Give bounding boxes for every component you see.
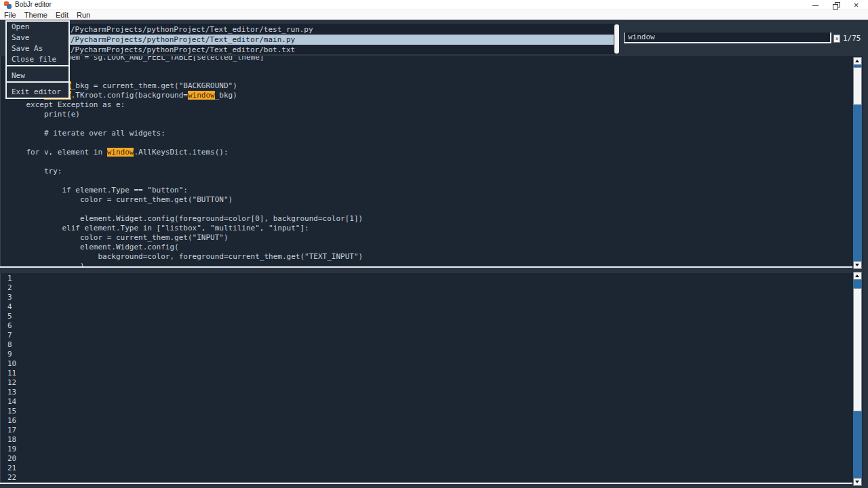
line-number: 22	[1, 473, 863, 483]
code-line: element.Widget.config(foreground=color[0…	[8, 214, 363, 224]
line-number: 6	[1, 321, 863, 331]
code-line: print(e)	[8, 110, 363, 119]
code-line	[8, 176, 363, 186]
secondary-editor-scrollbar-thumb[interactable]	[853, 288, 862, 411]
secondary-scroll-up-button[interactable]	[853, 272, 862, 280]
title-bar: BobJr editor ×	[0, 0, 868, 9]
editor-scrollbar-thumb[interactable]	[853, 67, 862, 105]
line-number: 4	[1, 302, 863, 312]
code-line	[8, 138, 363, 148]
secondary-editor-scrollbar[interactable]	[853, 272, 862, 486]
line-number: 10	[1, 359, 863, 369]
editor-bottom-border	[0, 266, 852, 268]
file-menu: OpenSaveSave AsClose fileNewExit editor	[5, 20, 70, 99]
menu-group: New	[7, 66, 68, 81]
line-number: 2	[1, 283, 863, 293]
search-clear-button[interactable]: x	[833, 35, 840, 43]
search-match-highlight: window	[188, 91, 215, 100]
restore-button[interactable]	[831, 1, 840, 9]
line-number: 5	[1, 312, 863, 321]
menu-item-save[interactable]: Save	[7, 33, 68, 43]
line-number: 19	[1, 445, 863, 454]
menubar-item-edit[interactable]: Edit	[52, 10, 73, 19]
minimize-button[interactable]	[811, 1, 820, 9]
code-editor[interactable]: current_them = sg.LOOK_AND_FEEL_TABLE[se…	[0, 56, 863, 266]
menu-item-new[interactable]: New	[7, 70, 68, 81]
search-match-highlight: window	[107, 148, 134, 157]
menu-item-exit-editor[interactable]: Exit editor	[7, 87, 68, 98]
menu-group: OpenSaveSave AsClose file	[7, 22, 68, 65]
code-line: color = current_them.get("BUTTON")	[8, 195, 363, 205]
line-number: 15	[1, 407, 863, 416]
menu-item-open[interactable]: Open	[7, 22, 68, 33]
line-number: 8	[1, 340, 863, 350]
line-number: 1	[1, 274, 863, 283]
menubar-item-theme[interactable]: Theme	[20, 10, 52, 19]
line-number: 18	[1, 435, 863, 445]
menubar-item-file[interactable]: File	[0, 10, 20, 19]
line-number: 7	[1, 331, 863, 340]
search-input[interactable]	[624, 33, 831, 43]
file-list-item[interactable]: /PycharmProjects/pythonProject/Text_edit…	[68, 35, 614, 45]
secondary-scroll-down-button[interactable]	[853, 478, 862, 486]
code-line: color = current_them.get("INPUT")	[8, 233, 363, 243]
code-line: except Exception as e:	[8, 100, 363, 110]
code-line	[8, 205, 363, 214]
line-number: 12	[1, 378, 863, 388]
search-match-counter: 1/75	[843, 34, 861, 43]
editor-scrollbar[interactable]	[853, 57, 862, 269]
line-number: 16	[1, 416, 863, 426]
file-list-scrollbar[interactable]	[614, 24, 620, 54]
secondary-editor-bottom-border	[0, 483, 852, 484]
code-line: if element.Type == "button":	[8, 186, 363, 195]
code-line: # iterate over all widgets:	[8, 129, 363, 138]
code-line: element.Widget.config(	[8, 243, 363, 252]
menu-group: Exit editor	[7, 83, 68, 98]
close-button[interactable]: ×	[852, 1, 861, 9]
editor-scroll-up-button[interactable]	[853, 57, 862, 65]
menubar-item-run[interactable]: Run	[73, 10, 94, 19]
line-number: 3	[1, 293, 863, 302]
line-number: 11	[1, 369, 863, 378]
file-list-item[interactable]: /PycharmProjects/pythonProject/Text_edit…	[68, 45, 614, 55]
open-files-list[interactable]: /PycharmProjects/pythonProject/Text_edit…	[68, 24, 614, 54]
line-number: 21	[1, 464, 863, 473]
menu-item-close-file[interactable]: Close file	[7, 54, 68, 65]
menu-bar: FileThemeEditRun	[0, 9, 868, 20]
code-line	[8, 119, 363, 129]
menu-item-save-as[interactable]: Save As	[7, 43, 68, 54]
line-number: 14	[1, 397, 863, 407]
window-title: BobJr editor	[15, 1, 52, 8]
file-list-scrollbar-thumb[interactable]	[614, 24, 619, 54]
code-line: background=color, foreground=current_the…	[8, 252, 363, 262]
line-number: 9	[1, 350, 863, 359]
editor-scroll-down-button[interactable]	[853, 261, 862, 269]
code-line	[8, 157, 363, 167]
line-number: 17	[1, 426, 863, 435]
main-content: /PycharmProjects/pythonProject/Text_edit…	[0, 20, 868, 488]
code-line: elif element.Type in ["listbox", "multil…	[8, 224, 363, 233]
code-line: )	[8, 262, 363, 266]
line-number: 13	[1, 388, 863, 397]
app-icon	[4, 1, 12, 9]
code-line: try:	[8, 167, 363, 176]
app-window: { "window": { "title": "BobJr editor" },…	[0, 0, 868, 488]
code-line: for v, element in window.AllKeysDict.ite…	[8, 148, 363, 157]
line-number: 20	[1, 454, 863, 464]
file-list-item[interactable]: /PycharmProjects/pythonProject/Text_edit…	[68, 24, 614, 35]
secondary-editor[interactable]: 12345678910111213141516171819202122	[0, 273, 863, 483]
